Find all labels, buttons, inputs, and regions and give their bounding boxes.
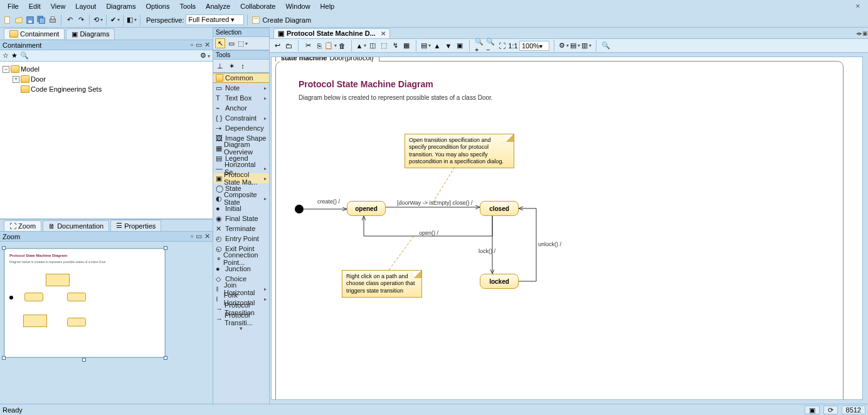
status-ico-2[interactable]: ⟳ — [823, 406, 838, 414]
print-icon[interactable] — [48, 15, 58, 25]
cut-icon[interactable]: ✂ — [303, 41, 313, 51]
palette-item-final-state[interactable]: ◉Final State — [213, 213, 269, 224]
layer-icon[interactable]: ▤ — [421, 41, 431, 51]
state-locked[interactable]: locked — [480, 274, 519, 289]
distribute-v-icon[interactable]: ⬚ — [379, 41, 389, 51]
palette-item-protocol-state-ma-[interactable]: ▣Protocol State Ma...▸ — [213, 173, 269, 183]
menu-file[interactable]: File — [3, 1, 24, 11]
select-in-tree-icon[interactable]: 🗀 — [283, 41, 294, 51]
close-icon[interactable]: ✕ — [850, 2, 865, 11]
palette-item-connection-point-[interactable]: ⚬Connection Point... — [213, 254, 269, 264]
initial-state[interactable] — [295, 205, 304, 213]
palette-item-composite-state[interactable]: ◐Composite State▸ — [213, 193, 269, 203]
collapse-icon[interactable]: ☆ — [3, 51, 9, 60]
minimize-icon[interactable]: ▭ — [196, 41, 202, 49]
tree-item-door[interactable]: + Door — [1, 74, 211, 84]
menu-window[interactable]: Window — [280, 1, 315, 11]
menu-edit[interactable]: Edit — [24, 1, 46, 11]
route-icon[interactable]: ↯ — [390, 41, 400, 51]
palette-item-dependency[interactable]: ⇢Dependency — [213, 123, 269, 133]
align-icon[interactable]: ▲ — [356, 41, 366, 51]
menu-view[interactable]: View — [46, 1, 71, 11]
tool-2[interactable]: ✶ — [226, 61, 236, 71]
create-diagram-button[interactable]: Create Diagram — [262, 16, 311, 24]
front-icon[interactable]: ▲ — [432, 41, 442, 51]
save-all-icon[interactable] — [36, 15, 46, 25]
zoom-fit-icon[interactable]: ⛶ — [497, 41, 507, 51]
note-transition-spec[interactable]: Open transition specification and specif… — [405, 134, 514, 168]
distribute-h-icon[interactable]: ◫ — [368, 41, 378, 51]
perspective-select[interactable]: Full Featured ▾ — [186, 14, 245, 25]
display-icon[interactable]: ▤ — [570, 41, 580, 51]
star-icon[interactable]: ★ — [11, 51, 18, 60]
status-ico-1[interactable]: ▣ — [805, 406, 820, 414]
pin-icon[interactable]: ▫ — [191, 232, 193, 240]
search-icon[interactable]: 🔍 — [20, 51, 29, 60]
lasso-tool[interactable]: ⬚ — [238, 38, 248, 48]
copy-icon[interactable]: ⎘ — [314, 41, 324, 51]
history-dropdown[interactable]: ⟲ — [93, 15, 103, 25]
palette-item-terminate[interactable]: ✕Terminate — [213, 224, 269, 234]
containment-tree[interactable]: − Model + Door Code Engineering Sets — [0, 62, 213, 218]
diagram-canvas[interactable]: state machineDoor{protocol} Protocol Sta… — [271, 57, 863, 400]
pointer-tool[interactable]: ↖ — [215, 38, 225, 48]
menu-help[interactable]: Help — [315, 1, 340, 11]
state-opened[interactable]: opened — [347, 201, 386, 216]
palette-item-entry-point[interactable]: ◴Entry Point — [213, 234, 269, 244]
validate-dropdown[interactable]: ✔ — [110, 15, 120, 25]
menu-analyze[interactable]: Analyze — [201, 1, 235, 11]
menu-diagrams[interactable]: Diagrams — [101, 1, 140, 11]
tree-expander[interactable]: + — [13, 76, 19, 83]
tab-zoom[interactable]: ⛶Zoom — [4, 220, 41, 231]
tool-1[interactable]: ⊥ — [215, 61, 225, 71]
undo-icon[interactable]: ↶ — [65, 15, 75, 25]
close-tab-icon[interactable]: ✕ — [381, 30, 386, 37]
stereotype-dropdown[interactable]: ◧ — [127, 15, 137, 25]
marquee-tool[interactable]: ▭ — [226, 38, 236, 48]
gear-icon[interactable]: ⚙ — [559, 41, 569, 51]
zoom-thumbnail[interactable]: Protocol State Machine Diagram Diagram b… — [4, 248, 166, 358]
tree-root[interactable]: − Model — [1, 64, 211, 74]
tab-containment[interactable]: Containment — [4, 28, 65, 39]
tab-properties[interactable]: ☰Properties — [110, 220, 161, 231]
tool-3[interactable]: ↕ — [238, 61, 248, 71]
maximize-icon[interactable]: ▣ — [862, 30, 868, 36]
palette-item-diagram-overview[interactable]: ▦Diagram Overview — [213, 143, 269, 153]
zoom-actual-icon[interactable]: 1:1 — [508, 41, 518, 51]
minimize-icon[interactable]: ▭ — [196, 232, 202, 240]
paste-icon[interactable]: 📋 — [326, 41, 336, 51]
redo-icon[interactable]: ↷ — [76, 15, 86, 25]
palette-item-text-box[interactable]: TText Box▸ — [213, 93, 269, 103]
close-pane-icon[interactable]: ✕ — [204, 232, 210, 240]
palette-item-anchor[interactable]: ⌁Anchor — [213, 103, 269, 113]
delete-icon[interactable]: 🗑 — [337, 41, 347, 51]
gear-icon[interactable]: ⚙ — [200, 51, 210, 60]
find-icon[interactable]: 🔍 — [601, 41, 611, 51]
tree-expander[interactable]: − — [3, 66, 9, 73]
palette-item-note[interactable]: ▭Note▸ — [213, 83, 269, 93]
close-pane-icon[interactable]: ✕ — [204, 41, 210, 49]
group-icon[interactable]: ▣ — [455, 41, 465, 51]
palette-common-header[interactable]: Common — [213, 73, 269, 83]
menu-tools[interactable]: Tools — [174, 1, 201, 11]
filter-icon[interactable]: ▥ — [581, 41, 591, 51]
save-icon[interactable] — [25, 15, 35, 25]
zoom-value[interactable]: 100%▾ — [519, 41, 549, 51]
zoom-out-icon[interactable]: 🔍− — [485, 41, 495, 51]
grid-icon[interactable]: ▦ — [401, 41, 411, 51]
pin-icon[interactable]: ▫ — [191, 41, 193, 49]
palette-item-protocol-transiti-[interactable]: →Protocol Transiti... — [213, 314, 269, 324]
palette-more-icon[interactable]: ▾ — [213, 324, 269, 333]
create-diagram-icon[interactable] — [251, 15, 261, 25]
zoom-preview[interactable]: Protocol State Machine Diagram Diagram b… — [0, 242, 213, 404]
open-icon[interactable] — [14, 15, 24, 25]
palette-item-constraint[interactable]: { }Constraint▸ — [213, 113, 269, 123]
doc-tab[interactable]: ▣ Protocol State Machine D... ✕ — [273, 28, 390, 38]
menu-options[interactable]: Options — [140, 1, 174, 11]
note-right-click[interactable]: Right click on a path and choose class o… — [342, 270, 422, 298]
tab-diagrams[interactable]: ▣Diagrams — [66, 28, 115, 40]
zoom-in-icon[interactable]: 🔍+ — [474, 41, 484, 51]
menu-collaborate[interactable]: Collaborate — [235, 1, 280, 11]
state-closed[interactable]: closed — [480, 201, 519, 216]
new-icon[interactable] — [3, 15, 13, 25]
